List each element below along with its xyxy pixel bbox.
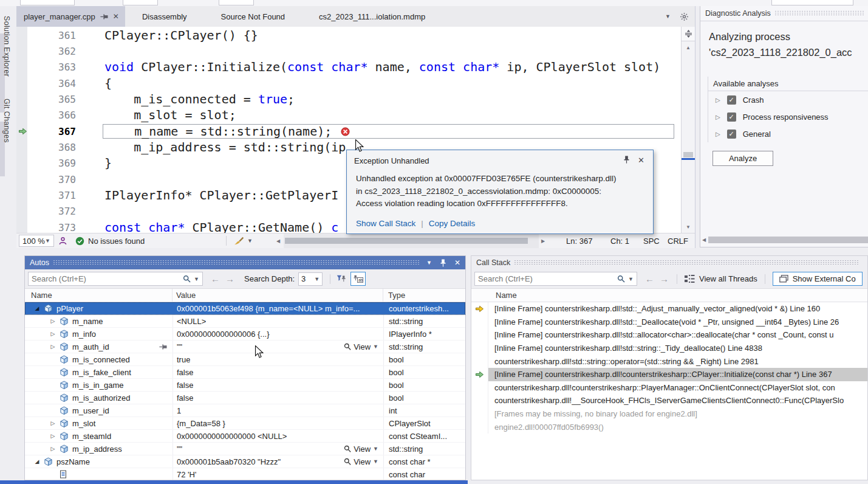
close-icon[interactable]: ✕	[113, 12, 119, 21]
scrollbar-thumb[interactable]	[708, 237, 868, 243]
column-header-type[interactable]: Type	[383, 291, 465, 300]
scroll-up-icon[interactable]: ▲	[682, 45, 695, 50]
code-cleanup-brush-icon[interactable]: ▼	[234, 233, 253, 248]
hscroll-left-icon[interactable]: ◀	[702, 237, 706, 243]
autos-row[interactable]: ▷m_info0x0000000000000006 {...}IPlayerIn…	[25, 328, 465, 341]
autos-row[interactable]: ▷m_steamId0x0000000000000000 <NULL>const…	[25, 430, 465, 443]
call-stack-frame[interactable]: [Inline Frame] counterstrikesharp.dll!st…	[471, 316, 867, 329]
search-depth-select[interactable]: 3 ▼	[298, 272, 323, 286]
feedback-icon[interactable]	[59, 233, 67, 248]
no-issues-check-icon[interactable]	[75, 233, 84, 248]
window-position-dropdown-icon[interactable]: ▼	[426, 260, 432, 266]
back-arrow-icon[interactable]: ←	[211, 274, 220, 284]
expander-icon[interactable]: ▷	[49, 318, 56, 324]
checkbox[interactable]: ✓	[727, 130, 736, 139]
expander-icon[interactable]: ◢	[33, 305, 41, 311]
view-all-threads-button[interactable]: View all Threads	[685, 274, 757, 283]
autos-search-box[interactable]: ▼	[28, 272, 203, 286]
expander-icon[interactable]: ▷	[49, 420, 56, 426]
forward-arrow-icon[interactable]: →	[225, 274, 234, 284]
call-stack-frame[interactable]: counterstrikesharp.dll!counterstrikeshar…	[471, 381, 867, 395]
show-external-code-button[interactable]: Show External Co	[773, 272, 863, 286]
expander-icon[interactable]: ▷	[49, 331, 56, 337]
call-stack-frame[interactable]: [Inline Frame] counterstrikesharp.dll!st…	[471, 328, 867, 342]
split-window-handle[interactable]	[682, 27, 695, 41]
expander-icon[interactable]: ▷	[49, 433, 56, 439]
autos-row[interactable]: ◢pPlayer0x000001b5063ef498 {m_name=<NULL…	[25, 302, 465, 315]
expander-icon[interactable]: ▷	[716, 114, 720, 120]
column-header-name[interactable]: Name	[25, 289, 173, 302]
pin-icon[interactable]	[159, 344, 167, 350]
checkbox[interactable]: ✓	[727, 95, 736, 105]
pin-properties-toggle[interactable]: ab	[350, 272, 366, 286]
call-stack-frame[interactable]: [Inline Frame] counterstrikesharp.dll!co…	[471, 368, 867, 381]
search-icon[interactable]	[617, 275, 625, 283]
autos-row[interactable]: m_is_authorizedfalsebool	[25, 392, 465, 404]
editor-tab-2[interactable]: Disassembly	[125, 6, 204, 27]
editor-options-gear-icon[interactable]	[680, 12, 689, 21]
hscroll-right-icon[interactable]: ▶	[541, 233, 545, 248]
autos-row[interactable]: m_is_fake_clientfalsebool	[25, 366, 465, 379]
view-button[interactable]: View▼	[344, 457, 378, 466]
call-stack-frame[interactable]: [Inline Frame] counterstrikesharp.dll!st…	[471, 302, 867, 316]
code-line[interactable]: 363void CPlayer::Initialize(const char* …	[16, 60, 681, 75]
scrollbar-thumb[interactable]	[285, 238, 528, 244]
chevron-down-icon[interactable]: ▼	[194, 276, 199, 282]
close-icon[interactable]: ✕	[454, 258, 460, 267]
editor-tab-1[interactable]: player_manager.cpp✕	[16, 6, 125, 27]
filter-pinned-icon[interactable]	[337, 275, 346, 283]
scroll-down-icon[interactable]: ▼	[682, 224, 695, 230]
view-button[interactable]: View▼	[344, 444, 378, 454]
pin-icon[interactable]	[440, 259, 446, 267]
zoom-select[interactable]: 100 % ▼	[19, 235, 54, 247]
scrollbar-thumb[interactable]	[683, 152, 693, 157]
analysis-row[interactable]: ▷✓Process responsiveness	[708, 108, 868, 125]
checkbox[interactable]: ✓	[727, 112, 736, 122]
call-stack-frame[interactable]: [Inline Frame] counterstrikesharp.dll!st…	[471, 342, 867, 355]
analysis-row[interactable]: ▷✓General	[708, 125, 868, 142]
close-icon[interactable]: ✕	[638, 156, 644, 165]
call-stack-frame[interactable]: engine2.dll!00007ffd05fb6993()	[471, 420, 867, 434]
view-button[interactable]: View▼	[344, 342, 378, 351]
copy-details-link[interactable]: Copy Details	[429, 219, 476, 228]
call-stack-title-bar[interactable]: Call Stack	[471, 256, 867, 269]
expander-icon[interactable]: ▷	[49, 446, 56, 452]
call-stack-frame[interactable]: counterstrikesharp.dll!__SourceHook_FHCl…	[471, 394, 867, 407]
autos-row[interactable]: ▷m_ip_address""View▼std::string	[25, 443, 465, 455]
autos-row[interactable]: ▷m_auth_id""View▼std::string	[25, 341, 465, 353]
code-line[interactable]: 367 m_name = std::string(name);	[16, 123, 681, 139]
call-stack-column-header[interactable]: Name	[471, 289, 867, 302]
autos-row[interactable]: m_user_id1int	[25, 404, 465, 417]
sidebar-item-git-changes[interactable]: Git Changes	[2, 99, 11, 143]
expander-icon[interactable]: ▷	[716, 97, 720, 103]
tab-list-dropdown-icon[interactable]: ▼	[665, 13, 671, 19]
panel-title-bar[interactable]: Diagnostic Analysis	[700, 6, 868, 21]
chevron-down-icon[interactable]: ▼	[628, 276, 634, 282]
editor-vertical-scrollbar[interactable]: ▲ ▼	[681, 27, 695, 233]
error-icon[interactable]	[341, 127, 350, 136]
autos-row[interactable]: ▷m_name<NULL>std::string	[25, 315, 465, 328]
forward-arrow-icon[interactable]: →	[660, 274, 669, 284]
panel-horizontal-scrollbar[interactable]: ◀	[702, 236, 868, 244]
code-line[interactable]: 366 m_slot = slot;	[16, 108, 681, 123]
call-stack-search-box[interactable]: ▼	[474, 272, 637, 286]
editor-tab-3[interactable]: Source Not Found	[204, 6, 302, 27]
autos-row[interactable]: 72 'H'const char	[25, 468, 465, 480]
editor-tab-4[interactable]: cs2_2023_111...iolation.mdmp	[302, 6, 442, 27]
autos-row[interactable]: ▷m_slot{m_Data=58 }CPlayerSlot	[25, 417, 465, 430]
code-line[interactable]: 365 m_is_connected = true;	[16, 91, 681, 107]
call-stack-frame[interactable]: [Frames may be missing, no binary loaded…	[471, 407, 867, 421]
call-stack-frame[interactable]: counterstrikesharp.dll!std::string::oper…	[471, 354, 867, 368]
expander-icon[interactable]: ▷	[716, 131, 720, 137]
autos-row[interactable]: m_is_in_gamefalsebool	[25, 379, 465, 392]
sidebar-item-solution-explorer[interactable]: Solution Explorer	[2, 16, 11, 77]
autos-row[interactable]: m_is_connectedtruebool	[25, 353, 465, 366]
show-call-stack-link[interactable]: Show Call Stack	[356, 219, 415, 228]
column-header-value[interactable]: Value	[173, 289, 383, 302]
analyze-button[interactable]: Analyze	[713, 151, 773, 166]
search-input[interactable]	[478, 274, 614, 283]
hscroll-left-icon[interactable]: ◀	[276, 233, 280, 248]
pin-icon[interactable]	[100, 13, 108, 20]
code-line[interactable]: 362	[16, 43, 681, 59]
autos-title-bar[interactable]: Autos ▼ ✕	[25, 256, 465, 269]
